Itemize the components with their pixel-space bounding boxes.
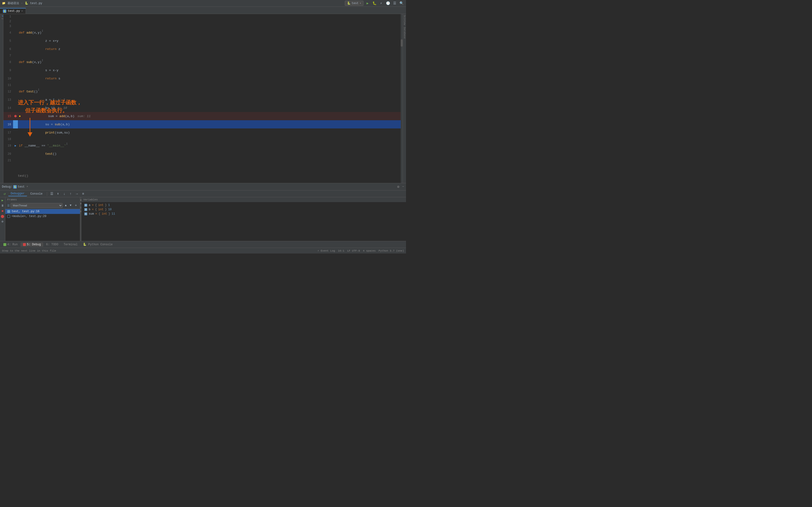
- tab-console[interactable]: Console: [28, 192, 45, 196]
- breadcrumb-folder[interactable]: 基础语法: [7, 1, 19, 5]
- debug-title: Debug: 🐍 test ×: [2, 185, 28, 188]
- code-line-21: 21: [3, 158, 403, 163]
- frame-list: test, test.py:16 <module>, test.py:20: [5, 209, 80, 241]
- thread-up-button[interactable]: ▲: [63, 203, 68, 208]
- top-bar: 📁 基础语法 › 🐍 test.py 🐍 test ▾ ▶ 🐛 ⚡ 🕐 ☰ 🔍: [0, 0, 406, 7]
- status-message: Step to the next line in this file: [2, 249, 56, 252]
- debug-close-button[interactable]: ×: [27, 185, 28, 188]
- frame-label-test: test, test.py:16: [12, 210, 39, 213]
- debug-minimize-button[interactable]: −: [402, 185, 404, 188]
- svg-marker-1: [28, 132, 33, 137]
- tab-python-console[interactable]: 🐍 Python Console: [81, 242, 115, 247]
- code-line-14: 14 b= 10b: 10: [3, 104, 403, 112]
- show-frames-button[interactable]: ☰: [49, 191, 54, 196]
- python-file-icon: 🐍: [3, 9, 6, 13]
- toolbar-right: 🐍 test ▾ ▶ 🐛 ⚡ 🕐 ☰ 🔍: [345, 1, 404, 6]
- code-line-18: 18: [3, 137, 403, 142]
- resume-button[interactable]: ▶: [0, 198, 5, 203]
- step-out-button[interactable]: ↑: [68, 191, 73, 196]
- stop-button[interactable]: ■: [0, 209, 5, 213]
- tab-run[interactable]: 4: Run: [1, 242, 20, 247]
- editor-scrollbar[interactable]: [401, 14, 403, 183]
- sidebar-icon-project[interactable]: P: [0, 15, 3, 17]
- code-line-7: 7: [3, 53, 403, 58]
- restart-debug-button[interactable]: ↺: [2, 191, 7, 196]
- scrollbar-thumb[interactable]: [401, 39, 403, 47]
- debug-button[interactable]: 🐛: [372, 1, 377, 6]
- breakpoints-button[interactable]: ⬤: [0, 214, 5, 219]
- variable-sum: m sum = {int} 11: [83, 212, 404, 216]
- code-line-19: 19 ▶ if __name__ == '__main__':: [3, 142, 403, 150]
- mute-breakpoints-button[interactable]: ⊘: [0, 219, 5, 224]
- code-line-16: 16 su = sub(a,b): [3, 120, 403, 128]
- code-line-3: 3: [3, 24, 403, 29]
- status-bar-left: Step to the next line in this file: [2, 249, 56, 252]
- tab-close-button[interactable]: ×: [21, 10, 23, 12]
- variables-panel: Variables m a = {int} 1 m b = {int}: [82, 197, 406, 241]
- breadcrumb-file: 🐍 test.py: [24, 1, 42, 5]
- frames-header: Frames: [5, 197, 80, 202]
- debug-left-buttons: ▶ ⏸ ■ ⬤ ⊘: [0, 197, 5, 241]
- frame-icon-test: [7, 210, 10, 213]
- tab-test-py[interactable]: 🐍 test.py ×: [0, 8, 26, 14]
- step-into-button[interactable]: ↓: [62, 191, 67, 196]
- frame-item-module[interactable]: <module>, test.py:20: [5, 214, 80, 219]
- debug-toolbar: ↺ Debugger Console ☰ ⬇ ↓ ↑ → ≡: [0, 190, 406, 197]
- code-line-20: 20 test(): [3, 150, 403, 158]
- tab-terminal[interactable]: Terminal: [61, 242, 80, 247]
- add-thread-button[interactable]: +: [74, 203, 78, 208]
- step-over-button[interactable]: ⬇: [55, 191, 61, 196]
- code-line-4: 4 def add(x,y):: [3, 29, 403, 37]
- tab-debug[interactable]: 5: Debug: [20, 242, 43, 247]
- breakpoint-indicator[interactable]: [14, 115, 17, 117]
- sciview-label[interactable]: SciView: [403, 14, 406, 26]
- thread-navigation: ▲ ▼: [63, 203, 73, 208]
- evaluate-button[interactable]: ≡: [81, 191, 86, 196]
- run-button[interactable]: ▶: [365, 1, 370, 6]
- variables-header: Variables: [82, 197, 406, 202]
- database-label[interactable]: Database: [403, 26, 406, 40]
- debug-content: ▶ ⏸ ■ ⬤ ⊘ Frames ☰ MainThread ▲ ▼ +: [0, 197, 406, 241]
- tab-debugger[interactable]: Debugger: [8, 191, 27, 196]
- debug-run-icon: 🐍: [13, 185, 17, 188]
- cursor-position[interactable]: 16:1: [338, 249, 344, 252]
- code-line-12: 12 def test():: [3, 88, 403, 96]
- frame-item-test[interactable]: test, test.py:16: [5, 209, 80, 214]
- var-icon-a: m: [84, 204, 87, 207]
- tab-label: test.py: [8, 9, 20, 13]
- code-line-6: 6 return z: [3, 45, 403, 53]
- code-line-13: 13 a = 1a: 1: [3, 96, 403, 104]
- build-menu-button[interactable]: ☰: [392, 1, 397, 6]
- variable-b: m b = {int} 10: [83, 207, 404, 212]
- status-bar-right: ⚡ Event Log 16:1 LF UTF-8 4 spaces Pytho…: [317, 249, 404, 252]
- code-line-10: 10 return s: [3, 74, 403, 82]
- annotation-arrow: [27, 118, 34, 137]
- tab-todo[interactable]: 6: TODO: [44, 242, 61, 247]
- code-line-5: 5 z = x+y: [3, 37, 403, 45]
- sidebar-icon-structure[interactable]: Z: [0, 18, 3, 20]
- indent-settings[interactable]: 4 spaces: [363, 249, 376, 252]
- variables-list: m a = {int} 1 m b = {int} 10 m: [82, 202, 406, 241]
- code-container: 1 2 3 4 def add(x,y):: [3, 14, 403, 183]
- project-breadcrumb: 📁: [2, 1, 6, 5]
- debug-panel-header: Debug: 🐍 test × ⚙ −: [0, 183, 406, 190]
- code-line-9: 9 s = x-y: [3, 66, 403, 74]
- run-config-selector[interactable]: 🐍 test ▾: [345, 1, 363, 6]
- thread-dropdown[interactable]: MainThread: [11, 203, 63, 208]
- run-tab-icon: [3, 243, 6, 246]
- thread-down-button[interactable]: ▼: [68, 203, 73, 208]
- editor-tab-bar: 🐍 test.py ×: [0, 7, 406, 14]
- search-everywhere-button[interactable]: 🔍: [399, 1, 404, 6]
- code-line-1: 1: [3, 14, 403, 19]
- code-line-8: 8 def sub(x,y):: [3, 58, 403, 66]
- breadcrumb-nav: 📁 基础语法 › 🐍 test.py: [2, 1, 42, 5]
- run-to-cursor-button[interactable]: →: [74, 191, 80, 196]
- line-separator[interactable]: LF UTF-8: [347, 249, 360, 252]
- event-log-button[interactable]: ⚡ Event Log: [317, 249, 335, 252]
- code-line-2: 2: [3, 19, 403, 24]
- python-version[interactable]: Python 3.7 (one): [378, 249, 404, 252]
- debug-settings-button[interactable]: ⚙: [397, 185, 399, 189]
- profile-button[interactable]: 🕐: [385, 1, 391, 6]
- pause-button[interactable]: ⏸: [0, 204, 5, 208]
- coverage-button[interactable]: ⚡: [378, 1, 384, 6]
